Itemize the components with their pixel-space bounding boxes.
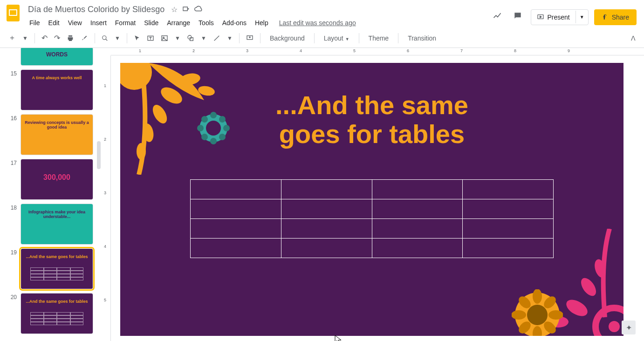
menu-addons[interactable]: Add-ons (219, 17, 250, 28)
menu-bar: File Edit View Insert Format Slide Arran… (26, 17, 490, 28)
share-label: Share (612, 14, 629, 21)
table-cell[interactable] (191, 219, 281, 239)
cloud-status-icon[interactable] (194, 6, 203, 14)
menu-format[interactable]: Format (112, 17, 139, 28)
layout-button[interactable]: Layout ▼ (318, 32, 355, 45)
document-title[interactable]: Día de Muertos Colorido by Slidesgo (26, 4, 166, 15)
present-dropdown[interactable]: ▼ (575, 11, 588, 23)
paint-format-button[interactable] (78, 32, 91, 45)
table-cell[interactable] (281, 239, 372, 258)
comment-button[interactable] (243, 32, 256, 45)
filmstrip-scrollbar[interactable] (97, 141, 101, 169)
table-cell[interactable] (281, 219, 372, 239)
activity-icon[interactable] (490, 8, 505, 26)
transition-button[interactable]: Transition (402, 32, 442, 45)
shape-tool[interactable] (184, 32, 197, 45)
explore-button[interactable]: ✦ (622, 321, 636, 334)
table-cell[interactable] (281, 180, 372, 199)
new-slide-dropdown[interactable]: ▼ (20, 32, 31, 44)
table-cell[interactable] (463, 180, 554, 199)
table-cell[interactable] (463, 199, 554, 219)
redo-button[interactable]: ↷ (51, 31, 63, 45)
zoom-dropdown[interactable]: ▼ (112, 32, 123, 44)
collapse-toolbar-icon[interactable]: ᐱ (628, 32, 638, 45)
present-label: Present (547, 14, 569, 21)
thumb-number: 16 (7, 114, 17, 122)
thumb-number: 15 (7, 69, 17, 77)
slide-thumbnail[interactable]: Infographics make your idea understable.… (21, 204, 93, 245)
background-button[interactable]: Background (264, 32, 310, 45)
table-cell[interactable] (372, 180, 463, 199)
menu-slide[interactable]: Slide (141, 17, 162, 28)
separator (398, 33, 398, 43)
table-cell[interactable] (191, 199, 281, 219)
filmstrip[interactable]: WORDS15A time always works well16Reviewi… (0, 48, 102, 341)
toolbar: ＋ ▼ ↶ ↷ ▼ ▼ ▼ ▼ Background Layout ▼ Them… (0, 28, 644, 48)
present-button-group: Present ▼ (531, 9, 588, 25)
thumb-number: 17 (7, 159, 17, 166)
separator (260, 33, 260, 43)
present-button[interactable]: Present (531, 10, 575, 25)
menu-arrange[interactable]: Arrange (164, 17, 193, 28)
table-cell[interactable] (372, 239, 463, 258)
table-cell[interactable] (191, 239, 281, 258)
slide-thumbnail[interactable]: WORDS (21, 48, 93, 66)
line-tool[interactable] (210, 32, 223, 45)
menu-tools[interactable]: Tools (195, 17, 217, 28)
app-logo[interactable] (4, 4, 22, 22)
table-cell[interactable] (191, 180, 281, 199)
slide-thumbnail[interactable]: ...And the same goes for tables (21, 248, 93, 289)
line-dropdown[interactable]: ▼ (224, 32, 235, 44)
image-dropdown[interactable]: ▼ (172, 32, 183, 44)
theme-button[interactable]: Theme (363, 32, 395, 45)
star-icon[interactable]: ☆ (171, 5, 178, 14)
decorative-flower-orange (512, 289, 563, 336)
separator (95, 33, 95, 43)
separator (127, 33, 127, 43)
thumb-number: 18 (7, 204, 17, 211)
slide-thumbnail[interactable]: ...And the same goes for tables (21, 293, 93, 334)
shape-dropdown[interactable]: ▼ (198, 32, 209, 44)
share-button[interactable]: Share (594, 9, 637, 25)
slide-canvas[interactable]: ...And the same goes for tables (120, 63, 623, 336)
comments-icon[interactable] (510, 8, 525, 26)
zoom-button[interactable] (99, 32, 111, 44)
separator (359, 33, 359, 43)
slide-thumbnail[interactable]: A time always works well (21, 69, 93, 110)
slide-thumbnail[interactable]: 300,000 (21, 159, 93, 200)
menu-view[interactable]: View (65, 17, 85, 28)
thumb-number: 20 (7, 293, 17, 300)
select-tool[interactable] (131, 32, 143, 44)
menu-edit[interactable]: Edit (45, 17, 63, 28)
print-button[interactable] (64, 32, 77, 45)
table-cell[interactable] (372, 219, 463, 239)
move-icon[interactable] (182, 5, 190, 14)
svg-point-29 (609, 321, 620, 332)
image-tool[interactable] (158, 32, 171, 45)
table-cell[interactable] (463, 219, 554, 239)
svg-point-11 (120, 63, 152, 90)
last-edit-link[interactable]: Last edit was seconds ago (279, 17, 356, 28)
slide-title[interactable]: ...And the same goes for tables (120, 91, 623, 148)
menu-insert[interactable]: Insert (87, 17, 110, 28)
svg-point-4 (103, 35, 106, 39)
thumb-number: 19 (7, 248, 17, 256)
table-cell[interactable] (463, 239, 554, 258)
svg-rect-2 (10, 10, 16, 15)
new-slide-button[interactable]: ＋ (6, 30, 19, 46)
menu-file[interactable]: File (26, 17, 43, 28)
canvas-area[interactable]: 123456789 12345 (102, 48, 644, 341)
textbox-tool[interactable] (144, 32, 157, 45)
svg-point-35 (527, 305, 548, 325)
separator (314, 33, 315, 43)
menu-help[interactable]: Help (252, 17, 272, 28)
undo-button[interactable]: ↶ (39, 31, 50, 45)
table-cell[interactable] (372, 199, 463, 219)
slide-table[interactable] (190, 179, 554, 258)
svg-point-28 (596, 308, 623, 336)
slide-thumbnail[interactable]: Reviewing concepts is usually a good ide… (21, 114, 93, 155)
table-cell[interactable] (281, 199, 372, 219)
separator (34, 33, 35, 43)
ruler-horizontal: 123456789 (111, 48, 644, 55)
svg-point-36 (533, 289, 542, 304)
